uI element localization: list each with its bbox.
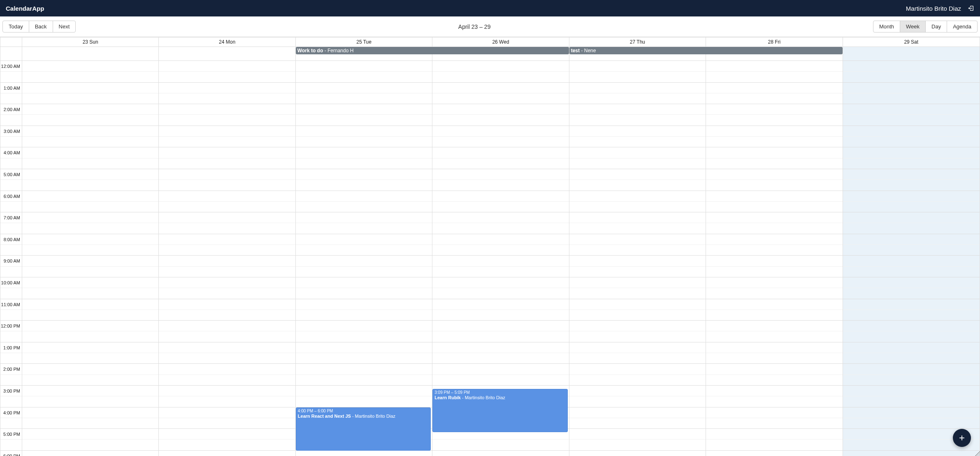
time-slot[interactable] bbox=[296, 61, 432, 72]
time-slot[interactable] bbox=[569, 418, 706, 429]
today-button[interactable]: Today bbox=[2, 21, 29, 33]
time-slot[interactable] bbox=[159, 137, 295, 147]
time-slot[interactable] bbox=[569, 353, 706, 364]
time-slot[interactable] bbox=[706, 169, 842, 180]
time-slot[interactable] bbox=[843, 191, 980, 202]
time-slot[interactable] bbox=[296, 83, 432, 93]
day-column-sun[interactable] bbox=[22, 61, 159, 456]
time-slot[interactable] bbox=[569, 180, 706, 191]
time-slot[interactable] bbox=[569, 169, 706, 180]
time-slot[interactable] bbox=[569, 234, 706, 245]
time-slot[interactable] bbox=[432, 277, 569, 288]
time-slot[interactable] bbox=[569, 451, 706, 456]
time-slot[interactable] bbox=[159, 396, 295, 407]
time-slot[interactable] bbox=[432, 137, 569, 147]
time-slot[interactable] bbox=[159, 72, 295, 82]
time-slot[interactable] bbox=[296, 299, 432, 310]
time-slot[interactable] bbox=[843, 386, 980, 396]
time-slot[interactable] bbox=[569, 396, 706, 407]
time-slot[interactable] bbox=[22, 331, 158, 342]
time-slot[interactable] bbox=[22, 158, 158, 169]
time-slot[interactable] bbox=[706, 202, 842, 212]
view-day-button[interactable]: Day bbox=[925, 21, 947, 33]
time-slot[interactable] bbox=[569, 212, 706, 223]
time-slot[interactable] bbox=[432, 310, 569, 321]
time-slot[interactable] bbox=[22, 234, 158, 245]
time-slot[interactable] bbox=[22, 180, 158, 191]
time-slot[interactable] bbox=[22, 115, 158, 126]
time-slot[interactable] bbox=[569, 364, 706, 375]
time-slot[interactable] bbox=[706, 342, 842, 353]
day-column-thu[interactable] bbox=[569, 61, 706, 456]
time-slot[interactable] bbox=[843, 299, 980, 310]
time-slot[interactable] bbox=[296, 256, 432, 266]
time-slot[interactable] bbox=[159, 223, 295, 234]
time-slot[interactable] bbox=[296, 245, 432, 256]
time-slot[interactable] bbox=[296, 104, 432, 115]
time-slot[interactable] bbox=[159, 331, 295, 342]
time-slot[interactable] bbox=[432, 331, 569, 342]
time-slot[interactable] bbox=[159, 93, 295, 104]
time-slot[interactable] bbox=[843, 180, 980, 191]
time-slot[interactable] bbox=[159, 277, 295, 288]
time-slot[interactable] bbox=[569, 375, 706, 386]
time-slot[interactable] bbox=[843, 277, 980, 288]
time-slot[interactable] bbox=[843, 288, 980, 299]
time-slot[interactable] bbox=[22, 61, 158, 72]
time-slot[interactable] bbox=[706, 407, 842, 418]
day-header-wed[interactable]: 26 Wed bbox=[432, 37, 569, 47]
day-header-fri[interactable]: 28 Fri bbox=[706, 37, 843, 47]
timed-event[interactable]: 4:00 PM – 6:00 PMLearn React and Next JS… bbox=[296, 407, 431, 451]
time-slot[interactable] bbox=[22, 429, 158, 440]
time-slot[interactable] bbox=[843, 61, 980, 72]
time-slot[interactable] bbox=[22, 440, 158, 450]
time-slot[interactable] bbox=[296, 364, 432, 375]
time-slot[interactable] bbox=[432, 299, 569, 310]
time-slot[interactable] bbox=[569, 331, 706, 342]
time-slot[interactable] bbox=[296, 386, 432, 396]
next-button[interactable]: Next bbox=[53, 21, 76, 33]
allday-mon[interactable] bbox=[159, 47, 295, 60]
time-slot[interactable] bbox=[843, 407, 980, 418]
time-slot[interactable] bbox=[22, 288, 158, 299]
time-slot[interactable] bbox=[296, 451, 432, 456]
time-slot[interactable] bbox=[569, 158, 706, 169]
time-slot[interactable] bbox=[159, 429, 295, 440]
time-slot[interactable] bbox=[432, 61, 569, 72]
time-slot[interactable] bbox=[159, 83, 295, 93]
time-slot[interactable] bbox=[159, 418, 295, 429]
time-slot[interactable] bbox=[159, 158, 295, 169]
time-slot[interactable] bbox=[706, 440, 842, 450]
time-slot[interactable] bbox=[432, 72, 569, 82]
time-slot[interactable] bbox=[159, 299, 295, 310]
time-slot[interactable] bbox=[569, 223, 706, 234]
time-slot[interactable] bbox=[159, 212, 295, 223]
time-slot[interactable] bbox=[432, 180, 569, 191]
allday-fri[interactable] bbox=[706, 47, 843, 60]
time-slot[interactable] bbox=[706, 277, 842, 288]
time-slot[interactable] bbox=[22, 104, 158, 115]
time-slot[interactable] bbox=[706, 375, 842, 386]
time-slot[interactable] bbox=[159, 375, 295, 386]
time-slot[interactable] bbox=[159, 202, 295, 212]
time-slot[interactable] bbox=[432, 245, 569, 256]
day-header-mon[interactable]: 24 Mon bbox=[159, 37, 295, 47]
time-slot[interactable] bbox=[296, 310, 432, 321]
time-slot[interactable] bbox=[22, 386, 158, 396]
allday-tue[interactable]: Work to do - Fernando H bbox=[296, 47, 432, 60]
allday-thu[interactable]: test - Nene bbox=[569, 47, 706, 60]
view-week-button[interactable]: Week bbox=[900, 21, 926, 33]
time-slot[interactable] bbox=[569, 147, 706, 158]
day-header-sat[interactable]: 29 Sat bbox=[843, 37, 980, 47]
time-slot[interactable] bbox=[296, 72, 432, 82]
time-slot[interactable] bbox=[22, 72, 158, 82]
time-slot[interactable] bbox=[159, 440, 295, 450]
time-slot[interactable] bbox=[159, 386, 295, 396]
time-slot[interactable] bbox=[22, 93, 158, 104]
time-slot[interactable] bbox=[159, 353, 295, 364]
time-slot[interactable] bbox=[843, 245, 980, 256]
time-slot[interactable] bbox=[843, 267, 980, 277]
time-slot[interactable] bbox=[22, 245, 158, 256]
time-slot[interactable] bbox=[432, 212, 569, 223]
view-agenda-button[interactable]: Agenda bbox=[947, 21, 978, 33]
